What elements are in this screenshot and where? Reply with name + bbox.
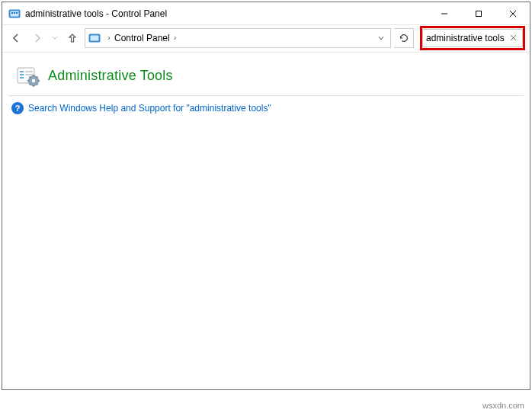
back-button[interactable] — [7, 29, 25, 47]
content-area: Administrative Tools ? Search Windows He… — [2, 53, 530, 389]
minimize-button[interactable] — [427, 2, 461, 24]
titlebar: administrative tools - Control Panel — [2, 2, 530, 25]
help-search-link[interactable]: ? Search Windows Help and Support for "a… — [2, 101, 530, 116]
svg-rect-15 — [20, 74, 24, 75]
navigation-bar: › Control Panel › — [2, 25, 530, 53]
svg-line-25 — [30, 77, 31, 78]
result-item[interactable]: Administrative Tools — [2, 53, 530, 95]
recent-locations-dropdown-icon[interactable] — [50, 29, 60, 47]
up-button[interactable] — [63, 29, 82, 47]
divider — [8, 95, 524, 96]
clear-search-button[interactable] — [505, 30, 521, 46]
help-link-text: Search Windows Help and Support for "adm… — [28, 103, 271, 114]
breadcrumb-location[interactable]: Control Panel — [114, 33, 170, 43]
result-title: Administrative Tools — [48, 68, 173, 84]
svg-rect-14 — [20, 71, 24, 72]
search-input[interactable] — [423, 33, 505, 43]
svg-line-26 — [37, 84, 38, 85]
svg-rect-10 — [91, 35, 99, 40]
svg-rect-18 — [25, 74, 33, 75]
svg-rect-17 — [25, 71, 33, 72]
control-panel-icon — [88, 32, 101, 44]
svg-point-20 — [32, 79, 35, 82]
attribution: wsxdn.com — [482, 401, 524, 410]
maximize-button[interactable] — [461, 2, 495, 24]
search-highlight — [420, 26, 525, 50]
svg-line-28 — [30, 84, 31, 85]
window-title: administrative tools - Control Panel — [25, 8, 427, 19]
administrative-tools-icon — [16, 63, 40, 88]
svg-rect-2 — [11, 12, 13, 14]
control-panel-window: administrative tools - Control Panel — [2, 2, 530, 390]
svg-rect-6 — [476, 11, 481, 16]
svg-rect-3 — [14, 12, 15, 14]
svg-rect-4 — [16, 12, 18, 14]
help-icon: ? — [11, 102, 24, 114]
address-bar[interactable]: › Control Panel › — [85, 28, 391, 48]
refresh-button[interactable] — [394, 28, 414, 48]
breadcrumb-chevron-icon[interactable]: › — [104, 34, 114, 42]
svg-line-27 — [37, 77, 38, 78]
close-button[interactable] — [495, 2, 530, 24]
svg-rect-16 — [20, 77, 24, 78]
address-history-dropdown[interactable] — [372, 29, 390, 47]
breadcrumb-chevron-icon[interactable]: › — [170, 34, 181, 42]
forward-button[interactable] — [28, 29, 46, 47]
control-panel-icon — [8, 8, 21, 20]
search-box[interactable] — [422, 29, 523, 47]
